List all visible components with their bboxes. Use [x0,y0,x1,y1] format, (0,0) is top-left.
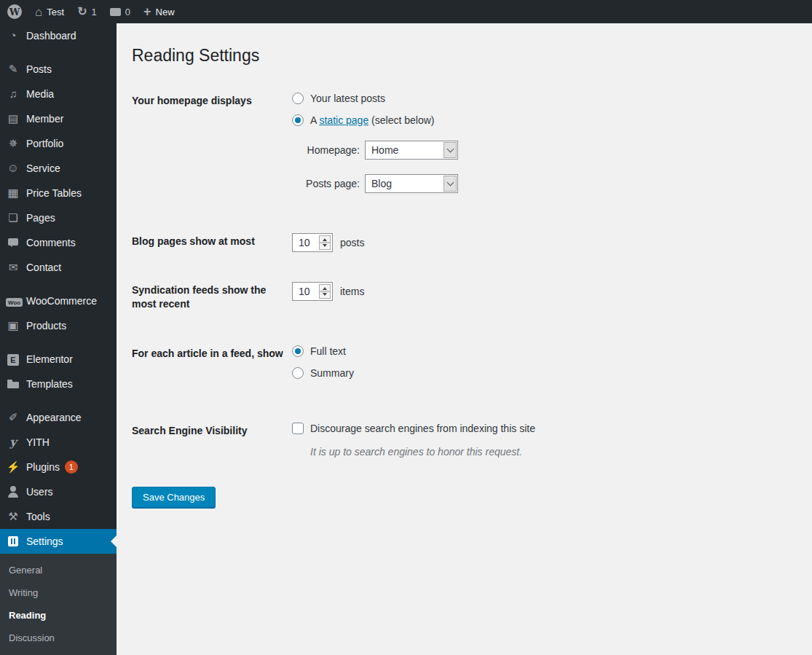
sidebar-item-label: WooCommerce [26,295,97,307]
site-name: Test [47,7,64,17]
sidebar-item-label: Users [26,486,53,498]
woocommerce-icon [6,294,20,308]
reading-settings-form: Your homepage displays Your latest posts… [132,93,797,508]
wordpress-menu[interactable] [7,4,22,19]
sidebar-item-label: Appearance [26,412,82,423]
discourage-indexing-label: Discourage search engines from indexing … [310,423,535,434]
price-tables-grid-icon [6,186,20,200]
discourage-indexing-checkbox[interactable] [292,423,304,434]
homepage-select-dropdown-button[interactable] [444,142,457,158]
static-suffix-text: (select below) [368,114,434,126]
elementor-icon [6,352,20,366]
submenu-item-general[interactable]: General [0,559,117,581]
comments-count: 0 [125,7,130,17]
plugins-update-badge: 1 [65,460,78,474]
search-visibility-label: Search Engine Visibility [132,423,292,439]
admin-sidebar: Dashboard Posts Media Member Portfolio S… [0,23,117,655]
save-changes-button[interactable]: Save Changes [132,487,216,508]
pushpin-icon [6,62,20,77]
sidebar-item-tools[interactable]: Tools [0,504,117,529]
homepage-displays-row: Your homepage displays Your latest posts… [132,93,797,193]
homepage-select[interactable]: Home [365,141,458,160]
homepage-select-row: Homepage: Home [306,141,797,160]
posts-per-page-field [292,233,333,252]
discourage-indexing-option: Discourage search engines from indexing … [292,423,797,434]
submenu-item-discussion[interactable]: Discussion [0,627,117,649]
posts-page-select[interactable]: Blog [365,174,458,193]
products-box-icon [6,318,20,333]
settings-sliders-icon [6,534,20,549]
feed-items-field [292,282,333,301]
sidebar-item-woocommerce[interactable]: WooCommerce [0,289,117,313]
items-unit-label: items [340,286,364,297]
sidebar-item-label: Price Tables [26,187,82,199]
sidebar-item-label: Dashboard [26,30,76,42]
plugins-plug-icon [6,460,20,474]
sidebar-item-appearance[interactable]: Appearance [0,405,117,430]
feed-article-row: For each article in a feed, show Full te… [132,345,797,389]
static-page-radio[interactable] [292,114,304,126]
sidebar-item-posts[interactable]: Posts [0,57,117,82]
posts-per-page-spinner[interactable] [319,235,331,250]
sidebar-item-templates[interactable]: Templates [0,372,117,396]
tools-wrench-icon [6,509,20,524]
sidebar-item-contact[interactable]: Contact [0,255,117,280]
latest-posts-radio[interactable] [292,93,304,104]
posts-page-select-dropdown-button[interactable] [444,176,457,192]
submenu-item-writing[interactable]: Writing [0,581,117,604]
blog-pages-row: Blog pages show at most posts [132,233,797,252]
new-content-link[interactable]: New [143,5,175,18]
static-page-option: A static page (select below) [292,114,797,126]
syndication-label: Syndication feeds show the most recent [132,282,292,312]
posts-per-page-input[interactable] [293,234,318,251]
sidebar-item-label: Contact [26,262,61,273]
sidebar-separator [0,280,117,289]
sidebar-item-settings[interactable]: Settings [0,529,117,554]
search-visibility-note: It is up to search engines to honor this… [310,446,797,458]
pages-icon [6,211,20,225]
sidebar-item-users[interactable]: Users [0,479,117,504]
sidebar-item-service[interactable]: Service [0,156,117,181]
full-text-option-label: Full text [310,345,346,357]
sidebar-item-price-tables[interactable]: Price Tables [0,181,117,205]
updates-link[interactable]: 1 [77,6,97,17]
sidebar-item-yith[interactable]: YITH [0,430,117,455]
summary-radio[interactable] [292,367,304,379]
sidebar-item-elementor[interactable]: Elementor [0,347,117,372]
homepage-displays-label: Your homepage displays [132,93,292,109]
sidebar-item-label: Media [26,88,54,100]
sidebar-item-pages[interactable]: Pages [0,205,117,230]
feed-items-input[interactable] [293,283,318,300]
plus-icon [143,5,151,18]
sidebar-separator [0,338,117,347]
comments-icon [110,8,121,16]
sidebar-item-comments[interactable]: Comments [0,230,117,255]
media-notes-icon [6,87,20,101]
homepage-select-label: Homepage: [306,144,360,156]
sidebar-item-label: Templates [26,378,73,390]
sidebar-item-label: Member [26,113,63,125]
yith-icon [6,435,20,450]
full-text-radio[interactable] [292,345,304,357]
portfolio-award-icon [6,136,20,151]
sidebar-item-label: Plugins [26,461,60,473]
feed-items-spinner[interactable] [319,284,331,299]
comments-link[interactable]: 0 [110,7,130,17]
sidebar-item-member[interactable]: Member [0,106,117,131]
wordpress-logo-icon [7,4,22,19]
sidebar-item-products[interactable]: Products [0,313,117,338]
chevron-down-icon [446,179,454,186]
appearance-brush-icon [6,410,20,425]
sidebar-item-label: Pages [26,212,55,224]
chevron-down-icon [446,145,454,152]
sidebar-item-label: Tools [26,511,50,522]
posts-page-select-label: Posts page: [306,178,360,189]
submenu-item-reading[interactable]: Reading [0,604,117,627]
search-visibility-row: Search Engine Visibility Discourage sear… [132,423,797,458]
sidebar-item-plugins[interactable]: Plugins 1 [0,455,117,479]
sidebar-item-portfolio[interactable]: Portfolio [0,131,117,156]
site-name-link[interactable]: Test [35,6,64,18]
sidebar-item-media[interactable]: Media [0,82,117,106]
static-page-link[interactable]: static page [319,114,368,126]
sidebar-item-dashboard[interactable]: Dashboard [0,23,117,48]
